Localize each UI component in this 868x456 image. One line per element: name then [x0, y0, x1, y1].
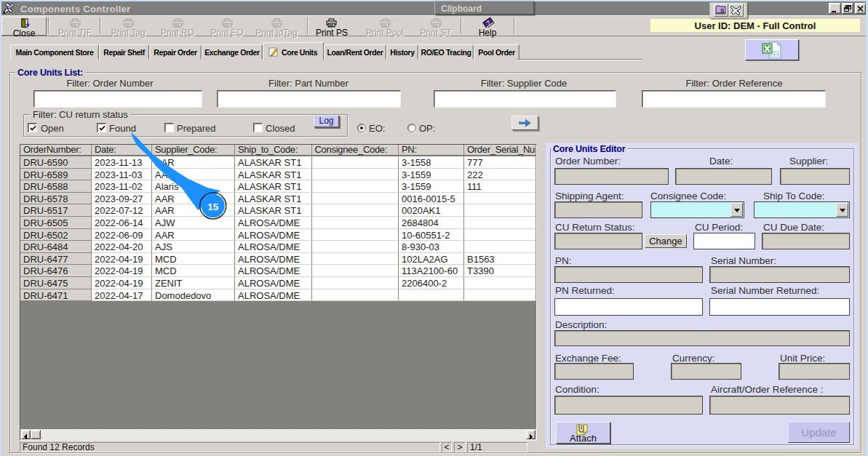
svg-text:15: 15: [207, 201, 219, 212]
